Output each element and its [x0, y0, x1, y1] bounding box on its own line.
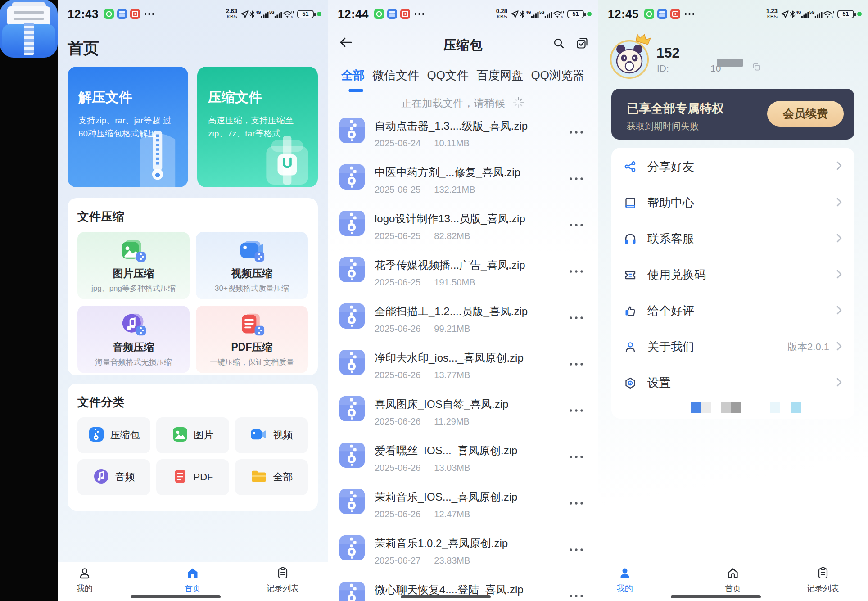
svg-text:5G: 5G: [809, 10, 815, 14]
svg-text:4G: 4G: [796, 10, 801, 14]
file-compress-section: 文件压缩 图片压缩 jpg、png等多种格式压缩 视频压缩 30+视频格式质量压…: [68, 198, 318, 375]
tab[interactable]: QQ浏览器: [531, 68, 584, 86]
vip-banner-subtitle: 获取到期时间失败: [627, 120, 699, 132]
file-row[interactable]: 爱看嘿丝_IOS..._喜凤原创.zip 2025-06-2613.03MB: [328, 442, 598, 488]
file-row[interactable]: 茉莉音乐1.0.2_喜凤原创.zip 2025-06-2723.83MB: [328, 534, 598, 581]
rate-icon: [624, 305, 637, 317]
tab[interactable]: 百度网盘: [476, 68, 523, 86]
category-item[interactable]: 压缩包: [77, 417, 150, 453]
nav-item[interactable]: 记录列表: [796, 567, 850, 594]
nav-item[interactable]: 首页: [166, 567, 220, 594]
ellipsis-icon: [414, 13, 425, 15]
red-app-badge: [130, 9, 140, 19]
status-time: 12:44: [338, 7, 369, 21]
nav-item[interactable]: 我的: [58, 567, 112, 594]
vip-banner-title: 已享全部专属特权: [627, 100, 724, 117]
panda-avatar: [610, 73, 649, 81]
zip-file-icon: [339, 582, 365, 601]
blue-app-badge: [657, 9, 667, 19]
more-options-button[interactable]: [567, 217, 585, 232]
file-row[interactable]: 全能扫描工_1.2....员版_喜凤.zip 2025-06-2699.21MB: [328, 303, 598, 349]
network-speed: 1.23KB/s: [766, 8, 778, 19]
file-row[interactable]: 中医中药方剂_...修复_喜凤.zip 2025-06-25132.21MB: [328, 163, 598, 210]
file-row[interactable]: 花季传媒视频播...广告_喜凤.zip 2025-06-25191.50MB: [328, 256, 598, 303]
menu-item[interactable]: 帮助中心: [611, 185, 854, 221]
profile-icon: [78, 567, 91, 581]
red-app-badge: [670, 9, 680, 19]
hero-card[interactable]: 压缩文件 高速压缩，支持压缩至zip、7z、tar等格式: [197, 67, 318, 187]
tab[interactable]: QQ文件: [427, 68, 469, 86]
renew-membership-button[interactable]: 会员续费: [767, 101, 844, 127]
menu-item[interactable]: 联系客服: [611, 221, 854, 257]
more-options-button[interactable]: [567, 402, 585, 418]
wifi-icon: 6: [823, 9, 834, 18]
status-bar: 12:43 2.63KB/s 4G5G6 51: [58, 5, 328, 23]
compress-tile[interactable]: PDF压缩 一键压缩，保证文档质量: [196, 306, 308, 373]
zip-file-icon: [339, 350, 365, 375]
svg-text:6: 6: [291, 15, 293, 18]
status-app-badges: [644, 9, 680, 19]
more-options-button[interactable]: [567, 542, 585, 557]
more-options-button[interactable]: [567, 310, 585, 325]
signal-5g-icon: 5G: [539, 10, 553, 18]
file-row[interactable]: 茉莉音乐_IOS..._喜凤原创.zip 2025-06-2612.47MB: [328, 488, 598, 534]
menu-item[interactable]: 分享好友: [611, 149, 854, 185]
compress-tile[interactable]: 图片压缩 jpg、png等多种格式压缩: [77, 232, 190, 299]
battery-icon: 51: [837, 10, 854, 18]
status-bar: 12:45 1.23KB/s 4G5G6 51: [598, 5, 868, 23]
file-row[interactable]: 净印去水印_ios..._喜凤原创.zip 2025-06-2613.77MB: [328, 349, 598, 395]
battery-icon: 51: [297, 10, 314, 18]
signal-4g-icon: 4G: [796, 10, 809, 18]
pdf-icon: [172, 469, 188, 486]
more-options-button[interactable]: [567, 495, 585, 511]
file-row[interactable]: logo设计制作13...员版_喜凤.zip 2025-06-2582.82MB: [328, 210, 598, 256]
more-options-button[interactable]: [567, 263, 585, 279]
multi-select-button[interactable]: [576, 37, 588, 51]
copy-id-button[interactable]: [752, 62, 761, 73]
svg-text:6: 6: [832, 15, 833, 18]
nav-item[interactable]: 首页: [706, 567, 760, 594]
file-row[interactable]: 喜凤图床_IOS自签_喜凤.zip 2025-06-2611.29MB: [328, 395, 598, 442]
more-options-button[interactable]: [567, 449, 585, 464]
home-indicator[interactable]: [671, 595, 761, 598]
svg-text:5G: 5G: [269, 10, 275, 14]
zip-file-icon: [339, 303, 365, 329]
tab[interactable]: 微信文件: [372, 68, 419, 86]
ellipsis-icon: [684, 13, 695, 15]
category-item[interactable]: 全部: [235, 459, 308, 495]
hero-card[interactable]: 解压文件 支持zip、rar、jar等超 过60种压缩包格式解压: [68, 67, 188, 187]
nav-item[interactable]: 我的: [598, 567, 652, 594]
category-item[interactable]: 音频: [77, 459, 150, 495]
category-item[interactable]: PDF: [156, 459, 229, 495]
bluetooth-icon: [249, 10, 256, 18]
category-item[interactable]: 图片: [156, 417, 229, 453]
home-indicator[interactable]: [131, 595, 221, 598]
green-status-dot-icon: [857, 12, 862, 16]
more-options-button[interactable]: [567, 356, 585, 371]
more-options-button[interactable]: [567, 171, 585, 186]
tab[interactable]: 全部: [341, 68, 365, 86]
compress-tile[interactable]: 音频压缩 海量音频格式无损压缩: [77, 306, 190, 373]
file-row[interactable]: 自动点击器_1.3....级版_喜凤.zip 2025-06-2410.11MB: [328, 117, 598, 163]
video-compress-icon: [239, 238, 266, 265]
battery-icon: 51: [567, 10, 584, 18]
nav-item[interactable]: 记录列表: [256, 567, 310, 594]
compress-tile[interactable]: 视频压缩 30+视频格式质量压缩: [196, 232, 308, 299]
more-options-button[interactable]: [567, 588, 585, 601]
menu-item[interactable]: 给个好评: [611, 293, 854, 329]
search-button[interactable]: [553, 37, 565, 51]
zip-file-icon: [339, 535, 365, 560]
home-indicator[interactable]: [401, 595, 491, 598]
menu-item[interactable]: 关于我们 版本2.0.1: [611, 329, 854, 365]
chevron-right-icon: [836, 161, 842, 172]
menu-item[interactable]: 设置: [611, 365, 854, 401]
location-arrow-icon: [240, 10, 249, 18]
category-item[interactable]: 视频: [235, 417, 308, 453]
more-options-button[interactable]: [567, 124, 585, 140]
file-category-section: 文件分类 压缩包 图片 视频: [68, 384, 318, 511]
avatar[interactable]: [610, 40, 649, 79]
settings-icon: [624, 377, 637, 389]
menu-item[interactable]: 使用兑换码: [611, 257, 854, 293]
support-icon: [624, 233, 637, 245]
chevron-right-icon: [836, 306, 842, 316]
